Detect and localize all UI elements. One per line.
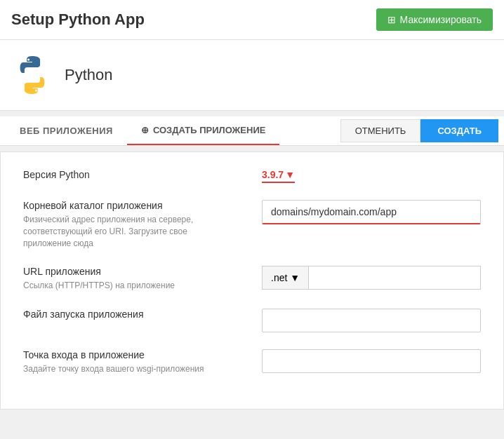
url-prefix-button[interactable]: .net ▼	[262, 266, 309, 290]
python-version-dropdown[interactable]: 3.9.7 ▼	[262, 169, 295, 183]
python-version-value: 3.9.7	[262, 169, 284, 180]
entry-point-control	[262, 349, 481, 373]
plus-circle-icon: ⊕	[141, 125, 149, 135]
python-logo-icon	[11, 54, 53, 96]
root-dir-input[interactable]	[262, 200, 481, 224]
entry-point-label-group: Точка входа в приложение Задайте точку в…	[23, 349, 262, 375]
python-version-row: Версия Python 3.9.7 ▼	[23, 169, 481, 183]
root-dir-hint: Физический адрес приложения на сервере, …	[23, 214, 234, 249]
divider	[0, 110, 504, 111]
create-button[interactable]: СОЗДАТЬ	[420, 119, 498, 142]
root-dir-row: Корневой каталог приложения Физический а…	[23, 200, 481, 249]
action-buttons: ОТМЕНИТЬ СОЗДАТЬ	[340, 119, 498, 142]
maximize-icon: ⊞	[387, 14, 396, 25]
url-prefix-arrow-icon: ▼	[290, 272, 300, 283]
url-hint: Ссылка (HTTP/HTTPS) на приложение	[23, 280, 234, 292]
url-input[interactable]	[309, 266, 481, 290]
python-version-label: Версия Python	[23, 169, 262, 180]
url-row: URL приложения Ссылка (HTTP/HTTPS) на пр…	[23, 266, 481, 292]
python-version-control: 3.9.7 ▼	[262, 169, 481, 183]
root-dir-label-group: Корневой каталог приложения Физический а…	[23, 200, 262, 249]
cancel-button[interactable]: ОТМЕНИТЬ	[340, 119, 421, 142]
svg-point-1	[35, 89, 37, 91]
page-title: Setup Python App	[11, 11, 145, 29]
startup-file-control	[262, 309, 481, 332]
url-prefix-label: .net	[271, 272, 287, 283]
svg-point-0	[27, 59, 29, 61]
tab-web-apps[interactable]: ВЕБ ПРИЛОЖЕНИЯ	[6, 117, 127, 144]
url-label: URL приложения	[23, 266, 262, 277]
root-dir-label: Корневой каталог приложения	[23, 200, 262, 211]
url-input-group: .net ▼	[262, 266, 481, 290]
version-dropdown-arrow-icon: ▼	[285, 169, 295, 180]
entry-point-label: Точка входа в приложение	[23, 349, 262, 360]
startup-file-label-group: Файл запуска приложения	[23, 309, 262, 323]
maximize-button[interactable]: ⊞ Максимизировать	[376, 8, 493, 31]
tabs-bar: ВЕБ ПРИЛОЖЕНИЯ ⊕ СОЗДАТЬ ПРИЛОЖЕНИЕ ОТМЕ…	[0, 116, 504, 146]
form-section: Версия Python 3.9.7 ▼ Корневой каталог п…	[0, 151, 504, 410]
startup-file-label: Файл запуска приложения	[23, 309, 262, 320]
entry-point-input[interactable]	[262, 349, 481, 373]
startup-file-row: Файл запуска приложения	[23, 309, 481, 332]
python-version-label-group: Версия Python	[23, 169, 262, 183]
entry-point-row: Точка входа в приложение Задайте точку в…	[23, 349, 481, 375]
tab-create-app[interactable]: ⊕ СОЗДАТЬ ПРИЛОЖЕНИЕ	[127, 116, 279, 145]
python-section-label: Python	[65, 66, 113, 84]
entry-point-hint: Задайте точку входа вашего wsgi-приложен…	[23, 363, 234, 375]
python-logo-section: Python	[0, 40, 504, 110]
url-control: .net ▼	[262, 266, 481, 290]
root-dir-control	[262, 200, 481, 224]
startup-file-input[interactable]	[262, 309, 481, 332]
url-label-group: URL приложения Ссылка (HTTP/HTTPS) на пр…	[23, 266, 262, 292]
app-header: Setup Python App ⊞ Максимизировать	[0, 0, 504, 40]
